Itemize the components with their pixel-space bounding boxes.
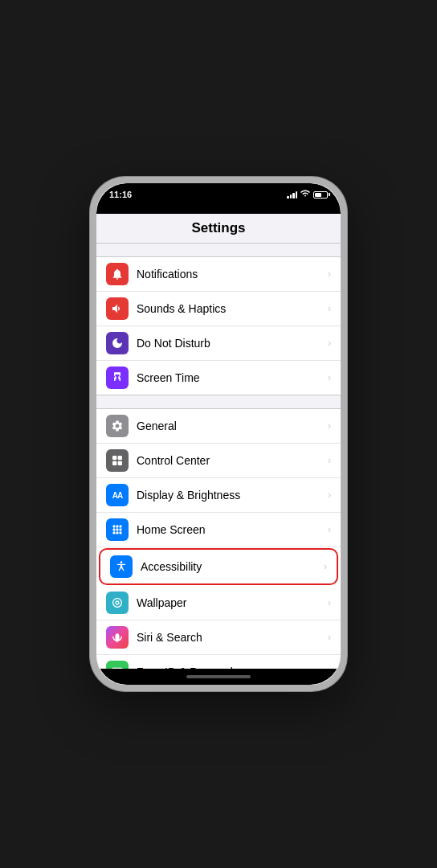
settings-item-display[interactable]: AA Display & Brightness › [96, 478, 341, 513]
settings-item-homescreen[interactable]: Home Screen › [96, 513, 341, 547]
controlcenter-label: Control Center [137, 454, 325, 467]
settings-item-wallpaper[interactable]: Wallpaper › [96, 586, 341, 620]
battery-status-icon [313, 191, 328, 199]
wifi-icon [300, 190, 310, 199]
settings-item-controlcenter[interactable]: Control Center › [96, 444, 341, 478]
settings-group-2: General › Control Center › [96, 408, 341, 669]
sounds-label: Sounds & Haptics [137, 302, 325, 315]
wallpaper-icon [106, 592, 129, 614]
siri-label: Siri & Search [137, 631, 325, 644]
accessibility-label: Accessibility [141, 560, 321, 573]
status-time: 11:16 [109, 190, 132, 199]
donotdisturb-icon [106, 332, 129, 354]
screentime-icon [106, 366, 129, 389]
display-chevron: › [328, 489, 331, 501]
faceid-icon [106, 661, 129, 669]
svg-point-12 [119, 531, 121, 534]
homescreen-label: Home Screen [137, 523, 325, 536]
donotdisturb-label: Do Not Disturb [137, 337, 325, 350]
svg-rect-3 [118, 461, 122, 465]
svg-point-11 [116, 531, 118, 534]
phone-frame: 11:16 [90, 177, 347, 691]
notifications-icon [106, 263, 129, 285]
settings-item-siri[interactable]: Siri & Search › [96, 620, 341, 655]
svg-point-13 [120, 561, 123, 563]
group-spacer-2 [96, 395, 341, 408]
svg-point-8 [116, 528, 118, 530]
siri-icon [106, 626, 129, 649]
sounds-chevron: › [328, 303, 331, 314]
settings-item-screentime[interactable]: Screen Time › [96, 361, 341, 395]
wallpaper-chevron: › [328, 597, 331, 608]
accessibility-icon [110, 555, 133, 578]
settings-item-notifications[interactable]: Notifications › [96, 257, 341, 292]
svg-rect-2 [112, 461, 116, 465]
screentime-chevron: › [328, 372, 331, 383]
svg-point-7 [112, 528, 115, 530]
general-chevron: › [328, 420, 331, 432]
general-icon [106, 415, 129, 437]
settings-header: Settings [96, 214, 341, 244]
display-label: Display & Brightness [137, 489, 325, 502]
svg-point-4 [112, 525, 115, 527]
controlcenter-chevron: › [328, 455, 331, 466]
settings-item-donotdisturb[interactable]: Do Not Disturb › [96, 326, 341, 361]
signal-icon [287, 190, 297, 199]
svg-point-9 [119, 528, 121, 530]
svg-rect-1 [118, 456, 122, 460]
svg-rect-0 [112, 456, 116, 460]
controlcenter-icon [106, 449, 129, 472]
svg-point-5 [116, 525, 118, 527]
homescreen-icon [106, 518, 129, 541]
donotdisturb-chevron: › [328, 338, 331, 349]
faceid-label: Face ID & Passcode [137, 665, 325, 669]
homescreen-chevron: › [328, 524, 331, 535]
svg-point-6 [119, 525, 121, 527]
home-bar [186, 675, 251, 678]
wallpaper-label: Wallpaper [137, 596, 325, 609]
settings-item-faceid[interactable]: Face ID & Passcode › [96, 655, 341, 669]
screen: 11:16 [96, 183, 341, 685]
status-icons [287, 190, 328, 199]
settings-group-1: Notifications › Sounds & Haptics › [96, 256, 341, 395]
settings-item-sounds[interactable]: Sounds & Haptics › [96, 292, 341, 326]
home-indicator [96, 669, 341, 685]
sounds-icon [106, 297, 129, 320]
settings-item-accessibility[interactable]: Accessibility › [99, 548, 338, 585]
status-bar: 11:16 [96, 183, 341, 214]
content-area[interactable]: Settings Notifications › [96, 214, 341, 669]
general-label: General [137, 420, 325, 432]
faceid-chevron: › [328, 666, 331, 669]
screentime-label: Screen Time [137, 371, 325, 384]
notifications-chevron: › [328, 268, 331, 280]
group-spacer-1 [96, 244, 341, 256]
page-title: Settings [109, 220, 328, 236]
settings-item-general[interactable]: General › [96, 409, 341, 444]
display-icon: AA [106, 484, 129, 506]
accessibility-chevron: › [324, 561, 327, 572]
notch [174, 183, 263, 203]
svg-point-10 [112, 531, 115, 534]
siri-chevron: › [328, 632, 331, 643]
notifications-label: Notifications [137, 268, 325, 280]
